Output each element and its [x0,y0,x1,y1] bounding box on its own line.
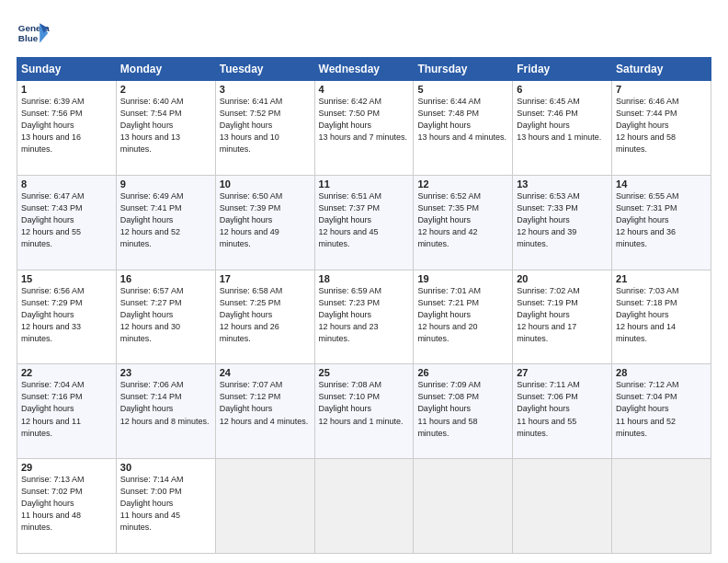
calendar-cell: 4Sunrise: 6:42 AMSunset: 7:50 PMDaylight… [314,81,414,176]
day-number: 11 [319,178,410,190]
day-header-saturday: Saturday [612,58,711,81]
calendar-cell [513,459,612,554]
calendar-cell [414,459,513,554]
day-info: Sunrise: 6:41 AMSunset: 7:52 PMDaylight … [220,96,311,155]
day-info: Sunrise: 7:14 AMSunset: 7:00 PMDaylight … [120,474,211,534]
day-number: 7 [616,84,707,95]
day-header-thursday: Thursday [414,58,513,81]
day-info: Sunrise: 6:55 AMSunset: 7:31 PMDaylight … [616,190,707,250]
day-info: Sunrise: 7:06 AMSunset: 7:14 PMDaylight … [120,379,211,427]
day-info: Sunrise: 6:44 AMSunset: 7:48 PMDaylight … [417,96,508,144]
calendar-week-2: 15Sunrise: 6:56 AMSunset: 7:29 PMDayligh… [17,270,711,364]
day-info: Sunrise: 6:56 AMSunset: 7:29 PMDaylight … [21,285,112,345]
day-number: 28 [616,367,707,378]
day-number: 1 [21,84,112,95]
calendar-cell: 3Sunrise: 6:41 AMSunset: 7:52 PMDaylight… [215,81,314,176]
calendar-cell: 24Sunrise: 7:07 AMSunset: 7:12 PMDayligh… [215,364,314,459]
calendar-cell: 25Sunrise: 7:08 AMSunset: 7:10 PMDayligh… [314,364,414,459]
calendar-week-3: 22Sunrise: 7:04 AMSunset: 7:16 PMDayligh… [17,364,711,459]
day-header-wednesday: Wednesday [314,58,414,81]
calendar-cell [314,459,414,554]
day-number: 4 [319,84,410,95]
day-info: Sunrise: 6:40 AMSunset: 7:54 PMDaylight … [120,96,211,155]
header: General Blue [17,17,711,50]
day-info: Sunrise: 7:12 AMSunset: 7:04 PMDaylight … [616,379,707,439]
day-info: Sunrise: 6:45 AMSunset: 7:46 PMDaylight … [517,96,608,144]
day-info: Sunrise: 6:49 AMSunset: 7:41 PMDaylight … [120,190,211,250]
calendar-cell: 8Sunrise: 6:47 AMSunset: 7:43 PMDaylight… [17,175,117,270]
day-info: Sunrise: 6:39 AMSunset: 7:56 PMDaylight … [21,96,112,155]
day-number: 15 [21,273,112,284]
day-number: 20 [517,273,608,284]
calendar-cell: 12Sunrise: 6:52 AMSunset: 7:35 PMDayligh… [414,175,513,270]
day-number: 30 [120,462,211,473]
day-info: Sunrise: 7:03 AMSunset: 7:18 PMDaylight … [616,285,707,345]
day-info: Sunrise: 7:09 AMSunset: 7:08 PMDaylight … [417,379,508,439]
day-number: 2 [120,84,211,95]
day-info: Sunrise: 6:50 AMSunset: 7:39 PMDaylight … [220,190,311,250]
calendar-cell: 23Sunrise: 7:06 AMSunset: 7:14 PMDayligh… [116,364,215,459]
day-number: 14 [616,178,707,190]
calendar-table: SundayMondayTuesdayWednesdayThursdayFrid… [17,57,711,554]
calendar-cell: 28Sunrise: 7:12 AMSunset: 7:04 PMDayligh… [612,364,711,459]
day-number: 29 [21,462,112,473]
calendar-cell: 26Sunrise: 7:09 AMSunset: 7:08 PMDayligh… [414,364,513,459]
logo: General Blue [17,17,50,50]
calendar-cell: 30Sunrise: 7:14 AMSunset: 7:00 PMDayligh… [116,459,215,554]
calendar-week-1: 8Sunrise: 6:47 AMSunset: 7:43 PMDaylight… [17,175,711,270]
day-number: 21 [616,273,707,284]
calendar-cell: 14Sunrise: 6:55 AMSunset: 7:31 PMDayligh… [612,175,711,270]
calendar-cell: 11Sunrise: 6:51 AMSunset: 7:37 PMDayligh… [314,175,414,270]
day-number: 12 [417,178,508,190]
svg-text:Blue: Blue [18,33,39,43]
day-info: Sunrise: 6:53 AMSunset: 7:33 PMDaylight … [517,190,608,250]
day-number: 27 [517,367,608,378]
calendar-cell: 5Sunrise: 6:44 AMSunset: 7:48 PMDaylight… [414,81,513,176]
day-info: Sunrise: 7:01 AMSunset: 7:21 PMDaylight … [417,285,508,345]
calendar-cell: 20Sunrise: 7:02 AMSunset: 7:19 PMDayligh… [513,270,612,364]
calendar-week-0: 1Sunrise: 6:39 AMSunset: 7:56 PMDaylight… [17,81,711,176]
day-info: Sunrise: 7:11 AMSunset: 7:06 PMDaylight … [517,379,608,439]
day-number: 13 [517,178,608,190]
calendar-header: SundayMondayTuesdayWednesdayThursdayFrid… [17,58,711,81]
page: General Blue SundayMondayTuesdayWednesda… [0,0,728,563]
calendar-cell: 18Sunrise: 6:59 AMSunset: 7:23 PMDayligh… [314,270,414,364]
calendar-cell: 29Sunrise: 7:13 AMSunset: 7:02 PMDayligh… [17,459,117,554]
day-info: Sunrise: 6:46 AMSunset: 7:44 PMDaylight … [616,96,707,155]
calendar-cell: 13Sunrise: 6:53 AMSunset: 7:33 PMDayligh… [513,175,612,270]
day-header-tuesday: Tuesday [215,58,314,81]
day-number: 3 [220,84,311,95]
calendar-cell: 19Sunrise: 7:01 AMSunset: 7:21 PMDayligh… [414,270,513,364]
day-header-sunday: Sunday [17,58,117,81]
day-info: Sunrise: 6:57 AMSunset: 7:27 PMDaylight … [120,285,211,345]
calendar-cell: 9Sunrise: 6:49 AMSunset: 7:41 PMDaylight… [116,175,215,270]
day-info: Sunrise: 6:59 AMSunset: 7:23 PMDaylight … [319,285,410,345]
logo-icon: General Blue [17,17,50,50]
calendar-body: 1Sunrise: 6:39 AMSunset: 7:56 PMDaylight… [17,81,711,554]
calendar-cell: 27Sunrise: 7:11 AMSunset: 7:06 PMDayligh… [513,364,612,459]
calendar-cell: 21Sunrise: 7:03 AMSunset: 7:18 PMDayligh… [612,270,711,364]
day-info: Sunrise: 6:52 AMSunset: 7:35 PMDaylight … [417,190,508,250]
day-number: 23 [120,367,211,378]
calendar-cell: 7Sunrise: 6:46 AMSunset: 7:44 PMDaylight… [612,81,711,176]
day-number: 8 [21,178,112,190]
calendar-cell: 16Sunrise: 6:57 AMSunset: 7:27 PMDayligh… [116,270,215,364]
day-info: Sunrise: 6:51 AMSunset: 7:37 PMDaylight … [319,190,410,250]
calendar-cell [215,459,314,554]
day-info: Sunrise: 7:13 AMSunset: 7:02 PMDaylight … [21,474,112,534]
day-header-monday: Monday [116,58,215,81]
day-number: 6 [517,84,608,95]
day-number: 25 [319,367,410,378]
day-info: Sunrise: 6:58 AMSunset: 7:25 PMDaylight … [220,285,311,345]
day-number: 17 [220,273,311,284]
day-info: Sunrise: 6:47 AMSunset: 7:43 PMDaylight … [21,190,112,250]
day-number: 19 [417,273,508,284]
calendar-cell: 6Sunrise: 6:45 AMSunset: 7:46 PMDaylight… [513,81,612,176]
day-number: 18 [319,273,410,284]
calendar-cell: 2Sunrise: 6:40 AMSunset: 7:54 PMDaylight… [116,81,215,176]
calendar-cell: 17Sunrise: 6:58 AMSunset: 7:25 PMDayligh… [215,270,314,364]
day-info: Sunrise: 7:04 AMSunset: 7:16 PMDaylight … [21,379,112,439]
day-info: Sunrise: 7:02 AMSunset: 7:19 PMDaylight … [517,285,608,345]
day-info: Sunrise: 7:08 AMSunset: 7:10 PMDaylight … [319,379,410,427]
day-number: 26 [417,367,508,378]
